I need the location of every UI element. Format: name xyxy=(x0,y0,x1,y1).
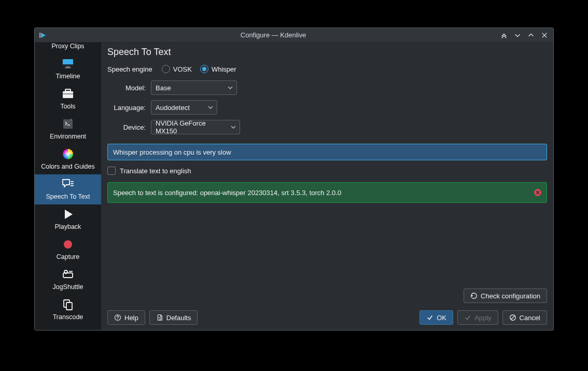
svg-marker-0 xyxy=(41,33,46,38)
sidebar-item-label: Tools xyxy=(60,103,75,110)
monitor-icon xyxy=(61,57,75,71)
sidebar: Proxy Clips Timeline Tools Environment xyxy=(35,43,101,330)
record-icon xyxy=(61,238,75,251)
svg-point-28 xyxy=(117,319,118,320)
apply-button[interactable]: Apply xyxy=(457,310,498,325)
main-content: Speech To Text Speech engine VOSK Whispe… xyxy=(101,43,553,330)
ok-button[interactable]: OK xyxy=(419,310,453,325)
titlebar-controls xyxy=(499,31,549,40)
app-icon xyxy=(39,31,47,39)
sidebar-item-label: Transcode xyxy=(53,313,83,321)
device-value: NVIDIA GeForce MX150 xyxy=(156,119,227,135)
sidebar-item-label: Environment xyxy=(50,133,86,140)
sidebar-item-label: Timeline xyxy=(56,73,80,80)
title-text: Configure — Kdenlive xyxy=(47,31,499,39)
help-button[interactable]: Help xyxy=(107,310,145,325)
model-select[interactable]: Base xyxy=(151,80,237,95)
radio-whisper-label: Whisper xyxy=(212,65,236,73)
svg-point-19 xyxy=(64,240,72,249)
shade-button[interactable] xyxy=(499,31,509,40)
sidebar-item-label: Playback xyxy=(55,223,81,230)
titlebar: Configure — Kdenlive xyxy=(35,28,553,43)
svg-line-30 xyxy=(511,316,514,320)
sidebar-item-transcode[interactable]: Transcode xyxy=(35,295,101,325)
svg-rect-6 xyxy=(66,66,70,67)
cancel-icon xyxy=(509,314,516,321)
sidebar-item-label: Proxy Clips xyxy=(51,43,84,50)
sidebar-item-label: Speech To Text xyxy=(46,193,90,200)
page-title: Speech To Text xyxy=(107,47,547,58)
status-banner-text: Speech to text is configured: openai-whi… xyxy=(113,189,341,197)
info-banner-text: Whisper processing on cpu is very slow xyxy=(113,148,231,156)
svg-rect-8 xyxy=(63,91,73,98)
svg-rect-24 xyxy=(66,303,72,310)
bottom-button-row: Help Defaults OK Apply xyxy=(107,310,547,325)
model-value: Base xyxy=(156,84,171,92)
sidebar-item-capture[interactable]: Capture xyxy=(35,235,101,265)
cancel-label: Cancel xyxy=(520,314,540,322)
svg-rect-7 xyxy=(65,67,71,68)
help-icon xyxy=(114,314,121,321)
help-label: Help xyxy=(124,314,138,322)
sidebar-item-jogshuttle[interactable]: JogShuttle xyxy=(35,265,101,295)
language-row: Language: Audodetect xyxy=(107,100,547,115)
translate-checkbox[interactable] xyxy=(107,167,116,175)
sidebar-item-timeline[interactable]: Timeline xyxy=(35,54,101,84)
device-row: Device: NVIDIA GeForce MX150 xyxy=(107,120,547,134)
svg-marker-18 xyxy=(65,210,73,219)
copy-icon xyxy=(61,298,75,311)
language-value: Audodetect xyxy=(156,104,190,112)
model-row: Model: Base xyxy=(107,80,547,95)
refresh-icon xyxy=(470,292,478,299)
defaults-label: Defaults xyxy=(166,314,191,322)
svg-point-14 xyxy=(63,149,73,159)
chevron-down-icon xyxy=(227,85,233,91)
model-label: Model: xyxy=(107,84,146,92)
check-icon xyxy=(426,314,433,321)
svg-rect-5 xyxy=(63,64,73,66)
radio-vosk-label: VOSK xyxy=(173,65,192,73)
sidebar-item-speech-to-text[interactable]: Speech To Text xyxy=(35,174,101,204)
sidebar-item-label: Colors and Guides xyxy=(41,163,95,170)
chevron-down-icon xyxy=(207,104,214,111)
maximize-button[interactable] xyxy=(526,31,536,40)
check-icon xyxy=(464,314,471,321)
close-banner-button[interactable] xyxy=(534,189,541,196)
device-label: Device: xyxy=(107,123,146,131)
sidebar-item-colors-and-guides[interactable]: Colors and Guides xyxy=(35,144,101,174)
device-select[interactable]: NVIDIA GeForce MX150 xyxy=(151,120,240,134)
status-banner: Speech to text is configured: openai-whi… xyxy=(107,182,547,203)
check-configuration-button[interactable]: Check configuration xyxy=(464,288,547,303)
sidebar-item-tools[interactable]: Tools xyxy=(35,84,101,114)
chevron-down-icon xyxy=(230,124,236,130)
svg-rect-20 xyxy=(63,273,73,278)
sidebar-item-label: JogShuttle xyxy=(52,283,83,291)
translate-row: Translate text to english xyxy=(107,167,547,175)
svg-rect-9 xyxy=(65,89,71,91)
radio-vosk[interactable] xyxy=(162,65,170,73)
window-body: Proxy Clips Timeline Tools Environment xyxy=(35,43,553,330)
minimize-button[interactable] xyxy=(513,31,522,40)
jogshuttle-icon xyxy=(61,268,75,281)
sidebar-item-playback[interactable]: Playback xyxy=(35,204,101,235)
language-label: Language: xyxy=(107,104,146,112)
document-reset-icon xyxy=(156,314,163,321)
cancel-button[interactable]: Cancel xyxy=(502,310,547,325)
sidebar-item-label: Capture xyxy=(57,253,79,260)
speech-to-text-icon xyxy=(61,177,75,191)
sidebar-item-environment[interactable]: Environment xyxy=(35,114,101,144)
language-select[interactable]: Audodetect xyxy=(151,100,217,115)
defaults-button[interactable]: Defaults xyxy=(149,310,198,325)
radio-whisper[interactable] xyxy=(200,65,208,73)
engine-row: Speech engine VOSK Whisper xyxy=(107,65,547,73)
close-button[interactable] xyxy=(540,31,549,40)
color-wheel-icon xyxy=(61,147,75,161)
speech-engine-label: Speech engine xyxy=(107,65,152,73)
configure-window: Configure — Kdenlive Proxy Clips xyxy=(34,28,554,331)
briefcase-icon xyxy=(61,87,75,101)
sidebar-item-proxy-clips[interactable]: Proxy Clips xyxy=(35,43,101,54)
info-banner: Whisper processing on cpu is very slow xyxy=(107,144,547,160)
check-configuration-label: Check configuration xyxy=(481,292,540,300)
check-config-row: Check configuration xyxy=(107,288,547,303)
terminal-icon xyxy=(61,117,75,131)
